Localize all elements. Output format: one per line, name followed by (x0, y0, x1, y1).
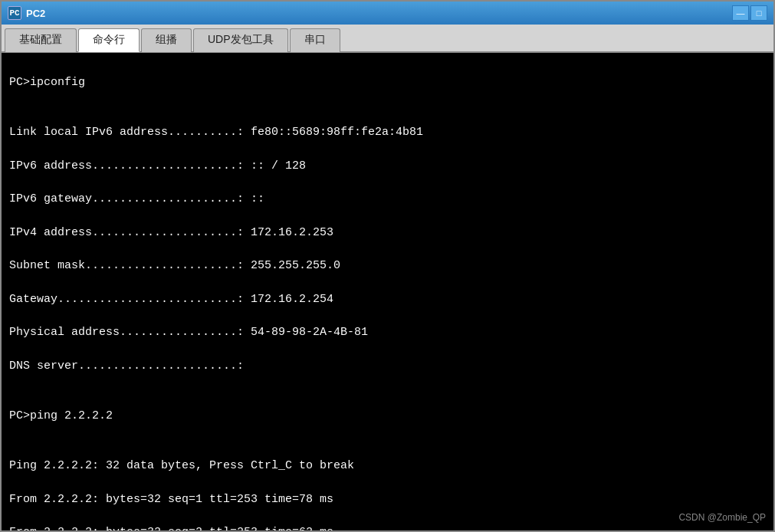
maximize-button[interactable]: □ (750, 5, 767, 21)
tab-command-line[interactable]: 命令行 (78, 28, 140, 52)
window-title: PC2 (26, 8, 45, 19)
line-10: DNS server.......................: (9, 358, 766, 375)
tab-multicast[interactable]: 组播 (141, 28, 192, 52)
line-4: IPv6 address.....................: :: / … (9, 158, 766, 175)
tab-bar: 基础配置 命令行 组播 UDP发包工具 串口 (2, 25, 773, 53)
title-bar: PC PC2 — □ (2, 2, 773, 25)
main-window: PC PC2 — □ 基础配置 命令行 组播 UDP发包工具 串口 PC>ipc… (0, 0, 775, 532)
tab-serial[interactable]: 串口 (290, 28, 340, 52)
terminal-output: PC>ipconfig Link local IPv6 address.....… (9, 57, 766, 530)
window-icon: PC (8, 6, 21, 20)
tab-basic-config[interactable]: 基础配置 (5, 28, 77, 52)
line-6: IPv4 address.....................: 172.1… (9, 225, 766, 241)
title-controls: — □ (732, 5, 767, 21)
title-bar-left: PC PC2 (8, 6, 45, 20)
line-7: Subnet mask......................: 255.2… (9, 258, 766, 274)
line-12: PC>ping 2.2.2.2 (9, 408, 766, 425)
tab-udp-tool[interactable]: UDP发包工具 (193, 28, 288, 52)
minimize-button[interactable]: — (732, 5, 749, 21)
line-15: From 2.2.2.2: bytes=32 seq=1 ttl=253 tim… (9, 491, 766, 508)
line-3: Link local IPv6 address..........: fe80:… (9, 124, 766, 141)
line-14: Ping 2.2.2.2: 32 data bytes, Press Ctrl_… (9, 458, 766, 475)
terminal-area[interactable]: PC>ipconfig Link local IPv6 address.....… (2, 53, 773, 530)
line-8: Gateway..........................: 172.1… (9, 291, 766, 308)
watermark: CSDN @Zombie_QP (678, 512, 766, 523)
line-16: From 2.2.2.2: bytes=32 seq=2 ttl=253 tim… (9, 524, 766, 530)
line-1: PC>ipconfig (9, 74, 766, 91)
line-5: IPv6 gateway.....................: :: (9, 191, 766, 208)
line-9: Physical address.................: 54-89… (9, 324, 766, 341)
